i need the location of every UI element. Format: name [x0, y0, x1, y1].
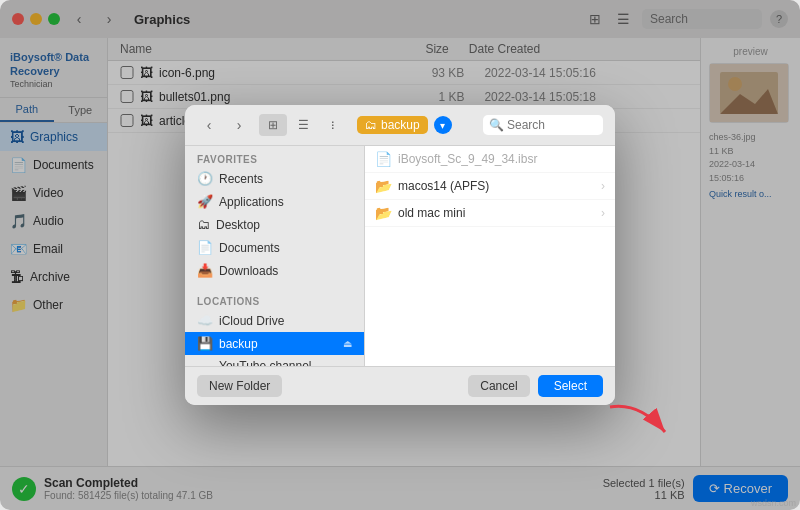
- downloads-icon: 📥: [197, 263, 213, 278]
- cancel-button[interactable]: Cancel: [468, 375, 529, 397]
- macos-folder-icon: 📂: [375, 178, 392, 194]
- arrow-annotation: [600, 397, 680, 450]
- backup-drive-icon: 💾: [197, 336, 213, 351]
- chooser-item-icloud[interactable]: ☁️ iCloud Drive: [185, 309, 364, 332]
- chooser-item-backup[interactable]: 💾 backup ⏏: [185, 332, 364, 355]
- desktop-label: Desktop: [216, 218, 260, 232]
- backup-label: backup: [219, 337, 258, 351]
- app-window: ‹ › Graphics ⊞ ☰ ? iBoysoft® Data Recove…: [0, 0, 800, 510]
- chooser-docs-icon: 📄: [197, 240, 213, 255]
- chooser-files: 📄 iBoysoft_Sc_9_49_34.ibsr 📂 macos14 (AP…: [365, 146, 615, 366]
- ibsr-name: iBoysoft_Sc_9_49_34.ibsr: [398, 152, 605, 166]
- icon-view-button[interactable]: ⊞: [259, 114, 287, 136]
- chooser-location: 🗂 backup ▾: [357, 116, 452, 134]
- applications-icon: 🚀: [197, 194, 213, 209]
- watermark: wsdsn.com: [751, 498, 796, 508]
- recents-icon: 🕐: [197, 171, 213, 186]
- chooser-back-button[interactable]: ‹: [197, 113, 221, 137]
- view-toggle: ⊞ ☰ ⫶: [259, 114, 347, 136]
- search-wrapper: 🔍: [483, 115, 603, 135]
- location-dropdown-button[interactable]: ▾: [434, 116, 452, 134]
- chooser-item-downloads[interactable]: 📥 Downloads: [185, 259, 364, 282]
- chooser-body: Favorites 🕐 Recents 🚀 Applications 🗂 Des…: [185, 146, 615, 366]
- modal-overlay: ‹ › ⊞ ☰ ⫶ 🗂 backup ▾ 🔍: [0, 0, 800, 510]
- chooser-item-youtube[interactable]: 💾 YouTube channel ba... ⏏: [185, 355, 364, 366]
- column-view-button[interactable]: ⫶: [319, 114, 347, 136]
- recents-label: Recents: [219, 172, 263, 186]
- icloud-label: iCloud Drive: [219, 314, 284, 328]
- favorites-header: Favorites: [185, 152, 364, 167]
- location-badge[interactable]: 🗂 backup: [357, 116, 428, 134]
- select-button[interactable]: Select: [538, 375, 603, 397]
- applications-label: Applications: [219, 195, 284, 209]
- chooser-docs-label: Documents: [219, 241, 280, 255]
- chooser-item-applications[interactable]: 🚀 Applications: [185, 190, 364, 213]
- icloud-icon: ☁️: [197, 313, 213, 328]
- downloads-label: Downloads: [219, 264, 278, 278]
- oldmac-arrow: ›: [601, 206, 605, 220]
- chooser-sidebar: Favorites 🕐 Recents 🚀 Applications 🗂 Des…: [185, 146, 365, 366]
- favorites-section: Favorites 🕐 Recents 🚀 Applications 🗂 Des…: [185, 146, 364, 288]
- desktop-icon: 🗂: [197, 217, 210, 232]
- chooser-toolbar: ‹ › ⊞ ☰ ⫶ 🗂 backup ▾ 🔍: [185, 105, 615, 146]
- macos-arrow: ›: [601, 179, 605, 193]
- arrow-svg: [600, 397, 680, 447]
- ibsr-icon: 📄: [375, 151, 392, 167]
- file-chooser-dialog: ‹ › ⊞ ☰ ⫶ 🗂 backup ▾ 🔍: [185, 105, 615, 405]
- youtube-label: YouTube channel ba...: [219, 359, 337, 366]
- chooser-folder-row-oldmac[interactable]: 📂 old mac mini ›: [365, 200, 615, 227]
- new-folder-button[interactable]: New Folder: [197, 375, 282, 397]
- chooser-item-documents[interactable]: 📄 Documents: [185, 236, 364, 259]
- chooser-item-desktop[interactable]: 🗂 Desktop: [185, 213, 364, 236]
- chooser-forward-button[interactable]: ›: [227, 113, 251, 137]
- location-name: backup: [381, 118, 420, 132]
- chooser-file-row[interactable]: 📄 iBoysoft_Sc_9_49_34.ibsr: [365, 146, 615, 173]
- locations-header: Locations: [185, 294, 364, 309]
- chooser-folder-row-macos[interactable]: 📂 macos14 (APFS) ›: [365, 173, 615, 200]
- folder-icon: 🗂: [365, 118, 377, 132]
- chooser-item-recents[interactable]: 🕐 Recents: [185, 167, 364, 190]
- locations-section: Locations ☁️ iCloud Drive 💾 backup ⏏ 💾: [185, 288, 364, 366]
- eject-icon-backup: ⏏: [343, 338, 352, 349]
- oldmac-folder-icon: 📂: [375, 205, 392, 221]
- search-icon: 🔍: [489, 118, 504, 132]
- chooser-footer: New Folder Cancel Select: [185, 366, 615, 405]
- list-view-button[interactable]: ☰: [289, 114, 317, 136]
- macos-folder-name: macos14 (APFS): [398, 179, 595, 193]
- oldmac-folder-name: old mac mini: [398, 206, 595, 220]
